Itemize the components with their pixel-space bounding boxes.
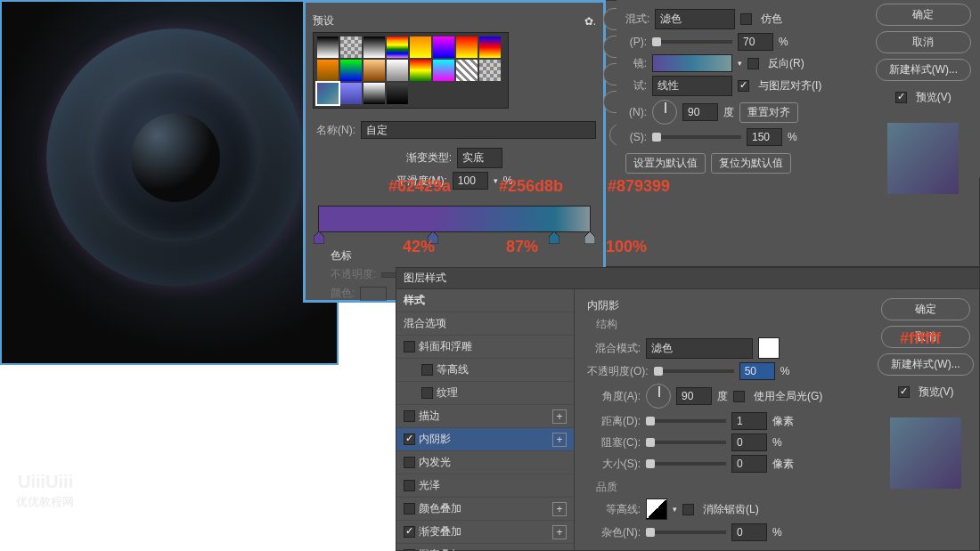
texture-item[interactable]: 纹理 xyxy=(396,382,574,405)
set-default-button[interactable]: 设置为默认值 xyxy=(625,153,706,174)
color-overlay-checkbox[interactable] xyxy=(404,503,415,515)
global-light-checkbox[interactable] xyxy=(733,391,745,402)
stroke-checkbox[interactable] xyxy=(404,410,415,422)
opacity-label: 不透明度: xyxy=(331,267,376,282)
scale-input[interactable] xyxy=(747,128,782,146)
distance-slider[interactable] xyxy=(646,419,726,423)
inner-shadow-checkbox[interactable] xyxy=(404,434,415,445)
dither-label: 仿色 xyxy=(761,12,782,27)
annotation-color3: #879399 xyxy=(608,177,670,196)
angle-dial[interactable] xyxy=(652,100,677,125)
contour-picker[interactable] xyxy=(646,498,667,520)
style-label: 试: xyxy=(625,78,647,93)
gradient-stop[interactable] xyxy=(314,231,324,244)
texture-checkbox[interactable] xyxy=(421,387,433,399)
gradient-stop[interactable] xyxy=(584,231,595,244)
opacity-input[interactable]: 50 xyxy=(739,362,775,380)
preview-checkbox[interactable] xyxy=(898,386,910,398)
antialias-checkbox[interactable] xyxy=(682,504,694,515)
contour-item[interactable]: 等高线 xyxy=(396,359,574,382)
reset-angle-button[interactable]: 重置对齐 xyxy=(739,102,798,123)
style-select[interactable]: 线性 xyxy=(652,76,732,96)
reverse-checkbox[interactable] xyxy=(747,58,759,69)
noise-input[interactable] xyxy=(731,523,767,541)
cancel-button[interactable]: 取消 xyxy=(876,31,971,53)
gradient-editor-panel: 预设 ✿. 名称(N): xyxy=(303,0,606,303)
opacity-input[interactable] xyxy=(738,33,773,51)
gradient-name-input[interactable] xyxy=(361,121,596,139)
scale-slider[interactable] xyxy=(652,135,741,139)
blend-options-item[interactable]: 混合选项 xyxy=(396,312,574,336)
preview-label: 预览(V) xyxy=(916,90,951,105)
bevel-item[interactable]: 斜面和浮雕 xyxy=(396,336,574,359)
ok-button[interactable]: 确定 xyxy=(876,4,971,26)
structure-label: 结构 xyxy=(587,317,860,332)
shadow-color-swatch[interactable] xyxy=(758,337,780,359)
type-label: 渐变类型: xyxy=(406,150,452,166)
blend-mode-select[interactable]: 滤色 xyxy=(655,9,735,29)
annotation-white: #ffffff xyxy=(900,329,941,348)
contour-checkbox[interactable] xyxy=(421,364,433,376)
name-label: 名称(N): xyxy=(313,123,355,138)
opacity-label: 不透明度(O): xyxy=(587,364,649,379)
stroke-item[interactable]: 描边+ xyxy=(396,405,574,428)
inner-glow-item[interactable]: 内发光 xyxy=(396,451,574,474)
opacity-slider[interactable] xyxy=(654,369,734,373)
choke-label: 阻塞(C): xyxy=(587,435,641,450)
angle-label: 角度(A): xyxy=(587,389,641,404)
gradient-stop[interactable] xyxy=(549,231,559,244)
annotation-color2: #256d8b xyxy=(499,177,563,196)
gradient-label: 镜: xyxy=(625,56,647,71)
distance-input[interactable] xyxy=(731,412,767,430)
add-icon[interactable]: + xyxy=(552,502,567,516)
gradient-picker[interactable] xyxy=(652,54,732,72)
lens-preview-area xyxy=(0,0,339,365)
gradient-presets[interactable] xyxy=(313,32,509,109)
dialog-title: 图层样式 xyxy=(396,268,979,289)
dither-checkbox[interactable] xyxy=(740,13,752,25)
size-slider[interactable] xyxy=(646,462,726,466)
noise-label: 杂色(N): xyxy=(587,525,641,540)
antialias-label: 消除锯齿(L) xyxy=(703,502,759,517)
angle-input[interactable] xyxy=(676,387,712,405)
add-icon[interactable]: + xyxy=(552,525,567,539)
preview-checkbox[interactable] xyxy=(895,92,907,103)
noise-slider[interactable] xyxy=(646,531,726,534)
size-input[interactable] xyxy=(731,455,767,473)
opacity-slider[interactable] xyxy=(652,40,732,44)
gradient-overlay-checkbox[interactable] xyxy=(404,526,415,538)
smoothness-input[interactable] xyxy=(453,172,488,190)
add-icon[interactable]: + xyxy=(552,433,567,447)
color-overlay-item[interactable]: 颜色叠加+ xyxy=(396,498,574,521)
inner-shadow-item[interactable]: 内阴影+ xyxy=(396,428,574,451)
satin-item[interactable]: 光泽 xyxy=(396,474,574,498)
choke-input[interactable] xyxy=(731,434,767,451)
add-icon[interactable]: + xyxy=(552,409,567,424)
ok-button[interactable]: 确定 xyxy=(881,298,970,320)
global-light-label: 使用全局光(G) xyxy=(754,389,822,404)
align-label: 与图层对齐(I) xyxy=(758,78,821,93)
watermark-logo: UiiiUiii xyxy=(18,472,73,492)
pattern-overlay-item[interactable]: 图案叠加 xyxy=(396,544,574,551)
align-checkbox[interactable] xyxy=(738,80,749,92)
gradient-overlay-item[interactable]: 渐变叠加+ xyxy=(396,521,574,544)
section-title: 内阴影 xyxy=(587,298,860,313)
quality-label: 品质 xyxy=(587,480,860,495)
styles-header[interactable]: 样式 xyxy=(396,289,574,312)
lens-graphic xyxy=(46,28,305,287)
reset-default-button[interactable]: 复位为默认值 xyxy=(711,153,791,174)
reverse-label: 反向(R) xyxy=(768,56,804,71)
gear-icon[interactable]: ✿. xyxy=(584,15,596,28)
angle-input[interactable] xyxy=(682,103,718,121)
choke-slider[interactable] xyxy=(646,441,726,444)
satin-checkbox[interactable] xyxy=(404,480,415,491)
blend-mode-select[interactable]: 滤色 xyxy=(646,338,753,359)
gradient-type-select[interactable]: 实底 xyxy=(457,148,502,168)
bevel-checkbox[interactable] xyxy=(404,341,415,352)
inner-glow-checkbox[interactable] xyxy=(404,457,415,468)
gradient-bar[interactable] xyxy=(318,206,591,232)
angle-dial[interactable] xyxy=(646,384,671,409)
new-style-button[interactable]: 新建样式(W)... xyxy=(876,59,971,81)
presets-label: 预设 xyxy=(313,13,334,28)
new-style-button[interactable]: 新建样式(W)... xyxy=(878,353,973,376)
